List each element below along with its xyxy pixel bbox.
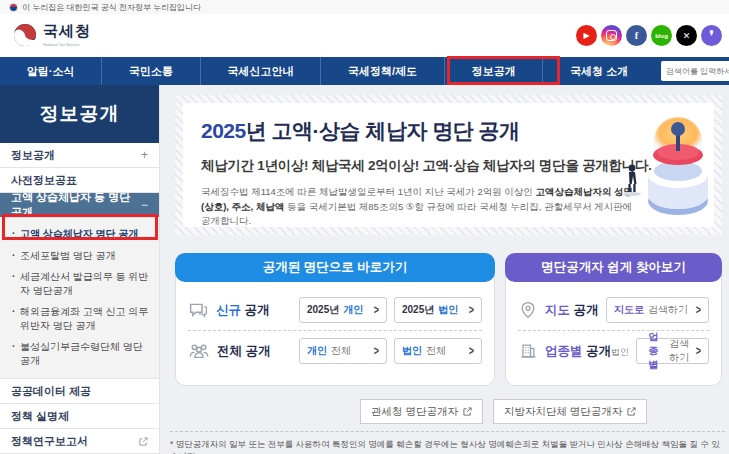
customs-list-button[interactable]: 관세청 명단공개자: [360, 399, 483, 424]
all-disclosure-row: 전체 공개 개인전체 > 법인전체 >: [188, 331, 482, 371]
sidebar-submenu: 고액 상습체납자 명단 공개 조세포탈범 명단 공개 세금계산서 발급의무 등 …: [0, 218, 159, 379]
chevron-right-icon: >: [374, 344, 379, 358]
sidebar-item-research-report[interactable]: 정책연구보고서: [0, 429, 159, 454]
title-year: 2025: [201, 119, 246, 142]
gov-notice-bar: 이 누리집은 대한민국 공식 전자정부 누리집입니다: [0, 0, 729, 14]
title-rest: 년 고액·상습 체납자 명단 공개: [246, 119, 520, 142]
chevron-right-icon: >: [374, 303, 379, 317]
nav-item-disclosure[interactable]: 정보공개: [444, 57, 543, 85]
submenu-item-bad-charities[interactable]: 불성실기부금수령단체 명단 공개: [0, 336, 159, 371]
people-group-icon: [188, 340, 210, 362]
map-disclosure-row: 지도 공개 지도로검색하기 >: [518, 290, 709, 330]
blog-icon[interactable]: blog: [651, 25, 672, 46]
plus-icon[interactable]: +: [141, 148, 148, 162]
btn-corporate-all[interactable]: 법인전체 >: [394, 338, 482, 364]
sidebar-item-label: 정책 실명제: [11, 409, 69, 424]
submenu-item-offshore-violators[interactable]: 해외금융계좌 고액 신고 의무 위반자 명단 공개: [0, 301, 159, 336]
legal-footnote: * 명단공개자의 일부 또는 전부를 사용하여 특정인의 명예를 훼손할 경우에…: [170, 431, 725, 454]
sidebar: 정보공개 정보공개 + 사전정보공표 고액 상습체납자 등 명단 공개 − 고액…: [0, 85, 160, 454]
btn-individual-all[interactable]: 개인전체 >: [299, 338, 387, 364]
page-banner: 2025년 고액·상습 체납자 명단 공개 체납기간 1년이상! 체납국세 2억…: [175, 95, 722, 235]
nav-search: [655, 57, 729, 85]
logo-title: 국세청: [43, 22, 91, 41]
submenu-item-high-delinquents[interactable]: 고액 상습체납자 명단 공개: [0, 223, 159, 245]
nav-item-news[interactable]: 알림·소식: [0, 57, 101, 85]
social-links: ▶ f blog ✕ ❜: [576, 25, 722, 46]
btn-2025-corporate[interactable]: 2025년법인 >: [394, 297, 482, 323]
local-gov-list-button[interactable]: 지방자치단체 명단공개자: [493, 399, 647, 424]
external-link-icon: [139, 437, 148, 446]
korea-flag-icon: [9, 3, 18, 12]
nav-item-about[interactable]: 국세청 소개: [542, 57, 655, 85]
gov-notice-text: 이 누리집은 대한민국 공식 전자정부 누리집입니다: [22, 2, 201, 13]
sidebar-section-delinquents[interactable]: 고액 상습체납자 등 명단 공개 −: [0, 193, 159, 218]
kakao-comma-icon[interactable]: ❜: [701, 25, 722, 46]
sidebar-item-policy-realname[interactable]: 정책 실명제: [0, 404, 159, 429]
btn-search-by-map[interactable]: 지도로검색하기 >: [606, 297, 709, 323]
external-link-icon: [463, 407, 472, 416]
chevron-right-icon: >: [469, 303, 474, 317]
map-pin-icon: [518, 300, 538, 320]
site-header: 국세청 National Tax Service ▶ f blog ✕ ❜: [0, 14, 729, 57]
row-label: 전체 공개: [217, 343, 270, 360]
speech-bubble-icon: [188, 300, 209, 321]
facebook-icon[interactable]: f: [626, 25, 647, 46]
new-disclosure-row: 신규 공개 2025년개인 > 2025년법인 >: [188, 290, 482, 330]
nav-item-communication[interactable]: 국민소통: [101, 57, 200, 85]
nav-item-policy[interactable]: 국세정책/제도: [320, 57, 444, 85]
siren-illustration: [616, 105, 712, 225]
chevron-right-icon: >: [696, 344, 701, 358]
nts-logo-icon: [13, 23, 37, 47]
logo-subtitle: National Tax Service: [43, 42, 91, 47]
row-label: 업종별 공개법인: [545, 343, 629, 360]
btn-2025-individual[interactable]: 2025년개인 >: [299, 297, 387, 323]
building-icon: [518, 341, 538, 361]
sidebar-item-label: 공공데이터 제공: [11, 384, 91, 399]
sidebar-item-disclosure[interactable]: 정보공개 +: [0, 143, 159, 168]
chevron-right-icon: >: [696, 303, 701, 317]
external-list-links: 관세청 명단공개자 지방자치단체 명단공개자: [360, 399, 647, 424]
submenu-item-tax-evaders[interactable]: 조세포탈범 명단 공개: [0, 245, 159, 267]
submenu-item-invoice-violators[interactable]: 세금계산서 발급의무 등 위반자 명단공개: [0, 266, 159, 301]
instagram-icon[interactable]: [601, 25, 622, 46]
sidebar-item-label: 사전정보공표: [11, 173, 77, 188]
quick-links-card: 공개된 명단으로 바로가기 신규 공개 2025년개인 > 2025년법인 >: [175, 253, 495, 386]
sidebar-title: 정보공개: [0, 85, 159, 143]
row-label: 신규 공개: [216, 302, 269, 319]
quick-links-header: 공개된 명단으로 바로가기: [175, 253, 495, 282]
find-list-card: 명단공개자 쉽게 찾아보기 지도 공개 지도로검색하기 >: [505, 253, 722, 386]
sidebar-item-label: 정보공개: [11, 148, 55, 163]
sidebar-item-open-data[interactable]: 공공데이터 제공: [0, 379, 159, 404]
external-link-icon: [627, 407, 636, 416]
chevron-right-icon: >: [469, 344, 474, 358]
search-input[interactable]: [661, 61, 729, 81]
minus-icon[interactable]: −: [141, 198, 148, 212]
find-list-header: 명단공개자 쉽게 찾아보기: [505, 253, 722, 282]
page-description: 국세징수법 제114조에 따른 체납발생일로부터 1년이 지난 국세가 2억원 …: [201, 185, 641, 229]
sidebar-section-label: 고액 상습체납자 등 명단 공개: [11, 190, 141, 220]
x-icon[interactable]: ✕: [676, 25, 697, 46]
row-label: 지도 공개: [545, 302, 598, 319]
nts-logo[interactable]: 국세청 National Tax Service: [13, 22, 91, 47]
nav-item-tax-guide[interactable]: 국세신고안내: [200, 57, 321, 85]
sidebar-item-label: 정책연구보고서: [11, 434, 88, 449]
btn-search-by-industry[interactable]: 업종별검색하기 >: [636, 338, 709, 364]
industry-disclosure-row: 업종별 공개법인 업종별검색하기 >: [518, 331, 709, 371]
youtube-icon[interactable]: ▶: [576, 25, 597, 46]
main-nav: 알림·소식 국민소통 국세신고안내 국세정책/제도 정보공개 국세청 소개: [0, 57, 729, 85]
camera-icon: [606, 30, 617, 41]
